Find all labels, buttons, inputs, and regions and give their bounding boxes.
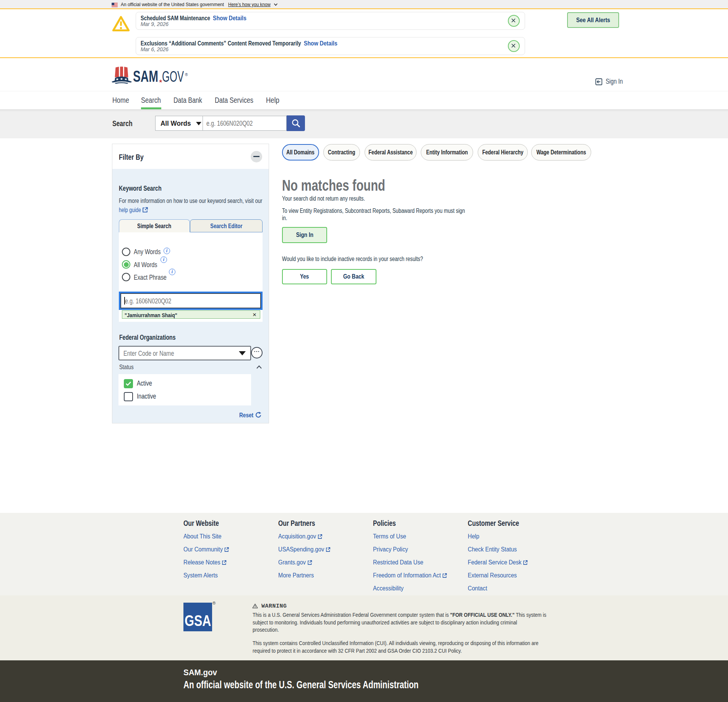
svg-text:GOV: GOV	[162, 68, 184, 85]
svg-text:SAM: SAM	[133, 67, 158, 85]
svg-text:®: ®	[185, 73, 188, 77]
